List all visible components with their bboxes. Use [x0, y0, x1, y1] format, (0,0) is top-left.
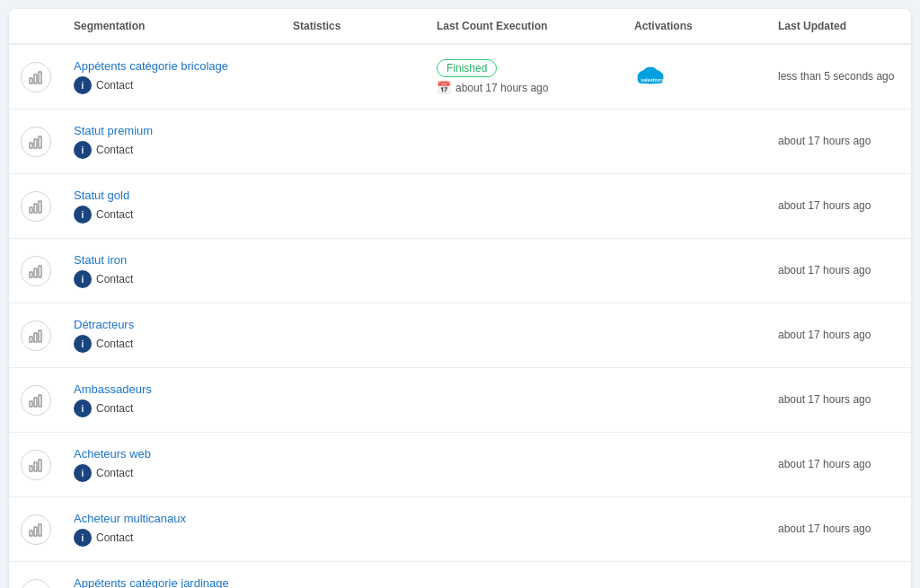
segmentation-link[interactable]: Appétents catégorie jardinage: [74, 576, 271, 588]
col-activations: Activations: [624, 20, 767, 32]
col-last-count: Last Count Execution: [426, 20, 624, 32]
status-badge: Finished: [437, 59, 497, 77]
chart-icon[interactable]: [21, 385, 51, 416]
row-chart-icon-cell: [9, 256, 63, 286]
svg-rect-14: [34, 204, 37, 213]
seg-type: i Contact: [74, 335, 271, 353]
segmentation-link[interactable]: Acheteur multicanaux: [74, 512, 271, 525]
last-updated-cell: about 17 hours ago: [767, 392, 911, 408]
chart-icon[interactable]: [21, 450, 51, 480]
svg-rect-19: [30, 337, 32, 342]
segmentation-cell: Détracteurs i Contact: [63, 318, 282, 353]
svg-rect-21: [39, 330, 41, 342]
row-chart-icon-cell: [9, 127, 63, 157]
svg-rect-10: [30, 143, 32, 148]
last-updated-text: about 17 hours ago: [778, 199, 871, 212]
segmentation-cell: Acheteurs web i Contact: [63, 447, 282, 482]
type-icon: i: [74, 335, 92, 353]
segmentation-cell: Statut premium i Contact: [63, 124, 282, 159]
svg-rect-0: [30, 78, 32, 83]
salesforce-icon: salesforce: [634, 59, 667, 92]
table-row: Détracteurs i Contact about 17 hours ago: [9, 303, 911, 368]
svg-rect-29: [34, 527, 37, 536]
segmentation-link[interactable]: Appétents catégorie bricolage: [74, 59, 271, 73]
segmentation-link[interactable]: Statut premium: [74, 124, 271, 137]
row-chart-icon-cell: [9, 450, 63, 480]
svg-rect-30: [39, 524, 41, 536]
table-row: Acheteur multicanaux i Contact about 17 …: [9, 497, 911, 562]
type-icon: i: [74, 270, 92, 288]
last-updated-cell: about 17 hours ago: [767, 522, 911, 537]
segmentation-link[interactable]: Statut iron: [74, 253, 271, 267]
type-label: Contact: [96, 273, 133, 285]
svg-rect-20: [34, 333, 37, 342]
chart-icon[interactable]: [21, 579, 51, 589]
type-icon: i: [74, 399, 92, 417]
seg-type: i Contact: [74, 529, 271, 547]
chart-icon[interactable]: [21, 256, 51, 286]
svg-rect-25: [30, 466, 32, 471]
segmentation-link[interactable]: Statut gold: [74, 189, 271, 202]
last-updated-text: less than 5 seconds ago: [778, 70, 894, 83]
count-time: 📅 about 17 hours ago: [437, 81, 613, 94]
type-label: Contact: [96, 338, 133, 350]
chart-icon[interactable]: [21, 514, 51, 545]
table-row: Statut premium i Contact about 17 hours …: [9, 110, 911, 174]
svg-rect-17: [34, 268, 37, 277]
table-row: Acheteurs web i Contact about 17 hours a…: [9, 433, 911, 497]
row-chart-icon-cell: [9, 320, 63, 351]
type-icon: i: [74, 206, 92, 224]
last-updated-text: about 17 hours ago: [778, 329, 871, 341]
type-label: Contact: [96, 402, 133, 415]
svg-rect-1: [34, 75, 37, 83]
chart-icon[interactable]: [21, 62, 51, 92]
svg-rect-12: [39, 136, 41, 148]
col-segmentation: Segmentation: [63, 20, 282, 32]
type-icon: i: [74, 76, 92, 94]
chart-icon[interactable]: [21, 127, 51, 157]
row-chart-icon-cell: [9, 514, 63, 545]
type-label: Contact: [96, 531, 133, 544]
segmentation-link[interactable]: Détracteurs: [74, 318, 271, 331]
type-label: Contact: [96, 208, 133, 221]
type-icon: i: [74, 529, 92, 547]
svg-rect-13: [30, 207, 32, 213]
svg-text:salesforce: salesforce: [641, 77, 665, 83]
col-last-updated: Last Updated: [767, 20, 911, 32]
svg-rect-28: [30, 531, 32, 536]
table-row: Ambassadeurs i Contact about 17 hours ag…: [9, 368, 911, 433]
last-updated-cell: less than 5 seconds ago: [767, 69, 911, 84]
last-updated-text: about 17 hours ago: [778, 135, 871, 147]
row-chart-icon-cell: [9, 385, 63, 416]
type-label: Contact: [96, 144, 133, 156]
svg-rect-27: [39, 460, 41, 471]
seg-type: i Contact: [74, 206, 271, 224]
segmentation-link[interactable]: Ambassadeurs: [74, 382, 271, 396]
seg-type: i Contact: [74, 464, 271, 482]
segmentation-cell: Acheteur multicanaux i Contact: [63, 512, 282, 547]
table-row: Appétents catégorie bricolage i Contact …: [9, 45, 911, 110]
segmentation-cell: Appétents catégorie bricolage i Contact: [63, 59, 282, 94]
last-updated-text: about 17 hours ago: [778, 393, 871, 406]
segmentation-cell: Statut gold i Contact: [63, 189, 282, 224]
count-time-label: about 17 hours ago: [456, 82, 548, 94]
row-chart-icon-cell: [9, 191, 63, 222]
segmentation-link[interactable]: Acheteurs web: [74, 447, 271, 461]
last-updated-cell: about 17 hours ago: [767, 328, 911, 343]
chart-icon[interactable]: [21, 191, 51, 222]
last-updated-text: about 17 hours ago: [778, 264, 871, 276]
activations-cell: salesforce: [624, 59, 767, 94]
table-header: Segmentation Statistics Last Count Execu…: [9, 9, 911, 45]
table-row: Statut gold i Contact about 17 hours ago: [9, 174, 911, 239]
segmentation-cell: Ambassadeurs i Contact: [63, 382, 282, 417]
last-updated-cell: about 17 hours ago: [767, 263, 911, 278]
svg-rect-24: [39, 395, 41, 407]
svg-rect-18: [39, 266, 41, 277]
last-updated-cell: about 17 hours ago: [767, 134, 911, 149]
row-chart-icon-cell: [9, 62, 63, 92]
svg-rect-11: [34, 139, 37, 148]
col-statistics: Statistics: [282, 20, 426, 32]
type-icon: i: [74, 464, 92, 482]
chart-icon[interactable]: [21, 320, 51, 351]
segmentation-table: Segmentation Statistics Last Count Execu…: [9, 9, 911, 588]
